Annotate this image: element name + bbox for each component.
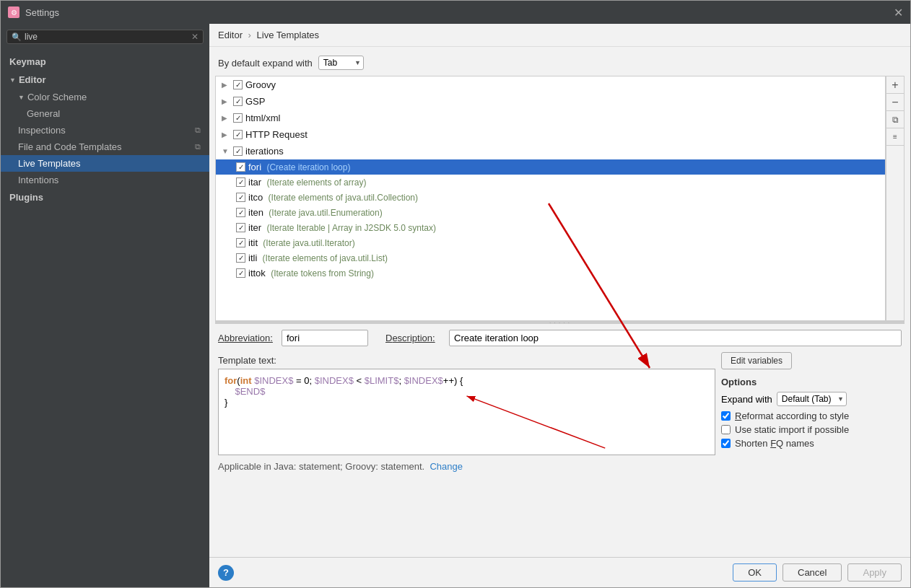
settings-dialog: ⚙ Settings ✕ 🔍 ✕ Keymap ▼ Editor — [0, 0, 911, 588]
iterations-checkbox[interactable] — [233, 146, 243, 156]
apply-button[interactable]: Apply — [847, 563, 902, 582]
expand-with-option-wrap: Default (Tab) Tab Enter Space — [777, 392, 847, 406]
copy-button[interactable]: ⧉ — [886, 111, 904, 128]
template-tree-section: ▶ Groovy ▶ GSP ▶ — [215, 76, 905, 321]
item-name: iter — [248, 222, 261, 233]
template-item-ittok[interactable]: ittok (Iterate tokens from String) — [216, 266, 885, 281]
remove-button[interactable]: − — [886, 94, 904, 111]
sidebar-item-plugins[interactable]: Plugins — [1, 188, 209, 206]
sidebar-item-label: General — [27, 108, 60, 119]
httprequest-checkbox[interactable] — [233, 130, 243, 139]
sidebar-item-label: File and Code Templates — [18, 141, 122, 152]
static-import-row: Use static import if possible — [721, 424, 902, 435]
item-desc: (Iterate elements of java.util.Collectio… — [266, 193, 418, 203]
sidebar-item-label: Intentions — [18, 175, 58, 185]
close-button[interactable]: ✕ — [894, 6, 903, 19]
itli-checkbox[interactable] — [236, 253, 245, 263]
itar-checkbox[interactable] — [236, 177, 245, 187]
template-tree: ▶ Groovy ▶ GSP ▶ — [215, 76, 886, 321]
template-item-iten[interactable]: iten (Iterate java.util.Enumeration) — [216, 205, 885, 220]
expand-with-option-label: Expand with — [721, 394, 772, 405]
clear-icon[interactable]: ✕ — [191, 32, 199, 42]
sidebar-item-intentions[interactable]: Intentions — [1, 172, 209, 188]
search-icon: 🔍 — [12, 32, 22, 42]
fori-checkbox[interactable] — [236, 162, 245, 172]
item-desc: (Iterate elements of array) — [264, 177, 366, 188]
ittok-checkbox[interactable] — [236, 268, 245, 278]
code-line-2: $END$ — [225, 386, 709, 397]
expand-with-select[interactable]: Tab Enter Space — [318, 56, 364, 70]
sidebar-item-editor[interactable]: ▼ Editor — [1, 71, 209, 89]
template-code-wrap: for(int $INDEX$ = 0; $INDEX$ < $LIMIT$; … — [218, 369, 715, 455]
htmlxml-checkbox[interactable] — [233, 113, 243, 123]
title-bar: ⚙ Settings ✕ — [1, 1, 910, 24]
reformat-checkbox[interactable] — [721, 411, 731, 421]
iten-checkbox[interactable] — [236, 208, 245, 217]
tree-group-httprequest[interactable]: ▶ HTTP Request — [216, 126, 885, 143]
sidebar-item-label: Editor — [19, 74, 46, 85]
sidebar-item-inspections[interactable]: Inspections ⧉ — [1, 122, 209, 139]
template-item-fori[interactable]: fori (Create iteration loop) — [216, 159, 885, 175]
sidebar-item-keymap[interactable]: Keymap — [1, 53, 209, 71]
group-label: Groovy — [245, 79, 276, 90]
tree-group-gsp[interactable]: ▶ GSP — [216, 93, 885, 110]
expand-with-option-select[interactable]: Default (Tab) Tab Enter Space — [777, 392, 847, 406]
tree-group-iterations[interactable]: ▼ iterations — [216, 143, 885, 159]
abbrev-desc-row: Abbreviation: Description: — [218, 330, 902, 346]
sidebar: 🔍 ✕ Keymap ▼ Editor ▼ Color Scheme — [1, 24, 209, 587]
tree-group-htmlxml[interactable]: ▶ html/xml — [216, 110, 885, 126]
template-item-itco[interactable]: itco (Iterate elements of java.util.Coll… — [216, 190, 885, 205]
template-item-itli[interactable]: itli (Iterate elements of java.util.List… — [216, 250, 885, 266]
change-link[interactable]: Change — [430, 461, 463, 472]
breadcrumb-part1: Editor — [218, 30, 243, 40]
bottom-panel: Abbreviation: Description: Template text… — [209, 324, 910, 557]
search-input[interactable] — [25, 32, 191, 42]
applicable-text: Applicable in Java: statement; Groovy: s… — [218, 461, 424, 472]
shorten-eq-checkbox[interactable] — [721, 439, 731, 448]
itit-checkbox[interactable] — [236, 238, 245, 247]
ok-button[interactable]: OK — [733, 563, 777, 582]
iter-checkbox[interactable] — [236, 223, 245, 232]
item-desc: (Create iteration loop) — [264, 162, 350, 172]
template-item-itar[interactable]: itar (Iterate elements of array) — [216, 175, 885, 190]
template-item-iter[interactable]: iter (Iterate Iterable | Array in J2SDK … — [216, 220, 885, 235]
copy-icon: ⧉ — [195, 142, 201, 152]
expand-with-label: By default expand with — [218, 58, 313, 69]
tree-group-groovy[interactable]: ▶ Groovy — [216, 76, 885, 93]
sidebar-item-label: Color Scheme — [27, 92, 87, 102]
itco-checkbox[interactable] — [236, 193, 245, 202]
description-input[interactable] — [449, 330, 902, 346]
sidebar-item-live-templates[interactable]: Live Templates — [1, 155, 209, 172]
main-content: 🔍 ✕ Keymap ▼ Editor ▼ Color Scheme — [1, 24, 910, 587]
item-name: fori — [248, 162, 261, 172]
sidebar-item-general[interactable]: General — [1, 105, 209, 122]
group-label: html/xml — [245, 113, 280, 123]
search-box: 🔍 ✕ — [1, 24, 209, 50]
cancel-button[interactable]: Cancel — [783, 563, 842, 582]
add-button[interactable]: + — [886, 76, 904, 94]
sidebar-item-file-code-templates[interactable]: File and Code Templates ⧉ — [1, 139, 209, 155]
item-name: itar — [248, 177, 261, 188]
expand-with-row: By default expand with Tab Enter Space — [209, 53, 910, 76]
static-import-checkbox[interactable] — [721, 425, 731, 434]
chevron-down-icon: ▼ — [18, 94, 25, 101]
abbreviation-input[interactable] — [282, 330, 368, 346]
shorten-eq-row: Shorten FQ names — [721, 438, 902, 449]
item-name: itco — [248, 192, 263, 203]
template-item-itit[interactable]: itit (Iterate java.util.Iterator) — [216, 235, 885, 250]
item-desc: (Iterate tokens from String) — [269, 268, 374, 278]
gsp-checkbox[interactable] — [233, 97, 243, 106]
expand-with-option-row: Expand with Default (Tab) Tab Enter Spac… — [721, 392, 902, 406]
sidebar-item-color-scheme[interactable]: ▼ Color Scheme — [1, 89, 209, 105]
static-import-label: Use static import if possible — [735, 424, 849, 435]
more-button[interactable]: ≡ — [886, 128, 904, 146]
template-code-area[interactable]: for(int $INDEX$ = 0; $INDEX$ < $LIMIT$; … — [218, 369, 715, 455]
title-bar-left: ⚙ Settings — [8, 6, 59, 18]
edit-variables-button[interactable]: Edit variables — [721, 352, 792, 369]
reformat-row: Reformat according to style — [721, 411, 902, 421]
breadcrumb-part2: Live Templates — [257, 30, 319, 40]
settings-main: By default expand with Tab Enter Space — [209, 47, 910, 557]
help-button[interactable]: ? — [218, 565, 234, 581]
item-name: iten — [248, 207, 263, 218]
groovy-checkbox[interactable] — [233, 80, 243, 89]
